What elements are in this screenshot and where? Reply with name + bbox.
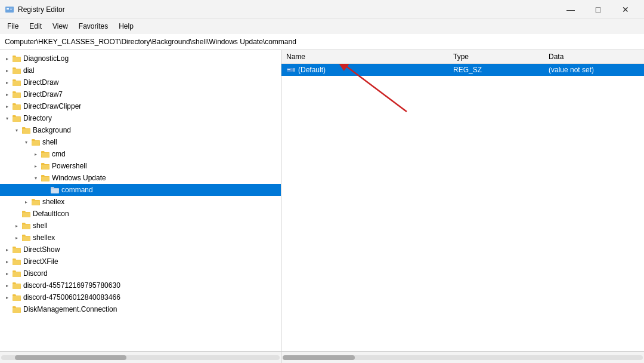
menu-bar: File Edit View Favorites Help: [0, 19, 644, 33]
menu-file[interactable]: File: [2, 21, 23, 32]
folder-icon-windowsupdate: [41, 173, 50, 183]
folder-icon-background: [21, 125, 31, 135]
col-header-data[interactable]: Data: [549, 53, 639, 61]
expand-directdraw[interactable]: [2, 78, 12, 87]
tree-label-directdraw: DirectDraw: [23, 78, 58, 87]
tree-item-discord[interactable]: Discord: [0, 267, 281, 279]
folder-icon-shell2: [21, 221, 31, 230]
folder-icon-command: [50, 185, 60, 195]
tree-item-directdraw[interactable]: DirectDraw: [0, 76, 281, 88]
scrollbar-track-left[interactable]: [1, 355, 280, 360]
menu-favorites[interactable]: Favorites: [74, 21, 113, 32]
minimize-button[interactable]: —: [557, 0, 584, 19]
expand-directdrawclipper[interactable]: [2, 101, 12, 111]
folder-icon-shellex2: [21, 233, 31, 242]
folder-icon-shell: [31, 137, 41, 147]
tree-item-shellex2[interactable]: shellex: [0, 232, 281, 244]
right-pane-wrapper: Name Type Data (Default) REG_SZ (value n…: [281, 50, 644, 351]
tree-item-shellex-shell[interactable]: shellex: [0, 196, 281, 208]
svg-rect-5: [293, 68, 295, 72]
expand-diagnosticlog[interactable]: [2, 54, 12, 63]
maximize-button[interactable]: □: [584, 0, 612, 19]
menu-edit[interactable]: Edit: [24, 21, 47, 32]
expand-shellex-shell[interactable]: [21, 197, 31, 207]
tree-item-shell2[interactable]: shell: [0, 220, 281, 232]
right-pane[interactable]: (Default) REG_SZ (value not set): [281, 64, 644, 149]
expand-discord1[interactable]: [2, 281, 12, 290]
folder-icon-directdraw: [12, 78, 21, 87]
tree-item-directxfile[interactable]: DirectXFile: [0, 256, 281, 267]
folder-icon-powershell: [41, 161, 50, 171]
tree-label-directxfile: DirectXFile: [23, 257, 58, 266]
folder-icon-shellex-shell: [31, 197, 41, 207]
tree-item-directshow[interactable]: DirectShow: [0, 244, 281, 256]
folder-icon-discord1: [12, 281, 21, 290]
tree-item-discord1[interactable]: discord-455712169795780630: [0, 279, 281, 291]
expand-shell[interactable]: [21, 137, 31, 147]
tree-label-command: command: [61, 186, 93, 194]
tree-item-directdrawclipper[interactable]: DirectDrawClipper: [0, 100, 281, 112]
expand-directxfile[interactable]: [2, 257, 12, 266]
scrollbar-track-right[interactable]: [283, 355, 643, 360]
menu-view[interactable]: View: [48, 21, 73, 32]
tree-label-diagnosticlog: DiagnosticLog: [23, 54, 69, 63]
col-header-name[interactable]: Name: [286, 53, 453, 61]
expand-directdraw7[interactable]: [2, 90, 12, 99]
expand-powershell[interactable]: [31, 161, 41, 171]
scrollbar-left[interactable]: [0, 352, 281, 363]
tree-label-shell: shell: [42, 138, 57, 146]
expand-discord[interactable]: [2, 269, 12, 278]
expand-directory[interactable]: [2, 113, 12, 123]
tree-item-background[interactable]: Background: [0, 124, 281, 136]
tree-item-directory[interactable]: Directory: [0, 112, 281, 124]
tree-item-cmd[interactable]: cmd: [0, 148, 281, 160]
folder-icon-diskmanagement: [12, 304, 21, 314]
expand-background[interactable]: [12, 125, 21, 135]
folder-icon-diagnosticlog: [12, 54, 21, 63]
expand-shell2[interactable]: [12, 221, 21, 230]
tree-item-defaulticon[interactable]: DefaultIcon: [0, 208, 281, 220]
tree-label-windowsupdate: Windows Update: [52, 174, 106, 182]
row-data-default: (value not set): [549, 66, 639, 74]
scrollbar-right[interactable]: [281, 352, 644, 363]
tree-item-discord2[interactable]: discord-475006012840083466: [0, 291, 281, 303]
tree-label-directdraw7: DirectDraw7: [23, 90, 63, 99]
svg-rect-6: [287, 69, 290, 70]
folder-icon-directdrawclipper: [12, 101, 21, 111]
app-icon: [5, 5, 14, 14]
expand-discord2[interactable]: [2, 293, 12, 302]
expand-directshow[interactable]: [2, 245, 12, 254]
close-button[interactable]: ✕: [612, 0, 639, 19]
expand-dial[interactable]: [2, 66, 12, 75]
tree-label-shell2: shell: [33, 222, 48, 230]
tree-item-windowsupdate[interactable]: Windows Update: [0, 172, 281, 184]
tree-item-diagnosticlog[interactable]: DiagnosticLog: [0, 53, 281, 64]
tree-pane[interactable]: DiagnosticLog dial DirectDraw: [0, 50, 281, 351]
folder-icon-directory: [12, 113, 21, 123]
address-path: Computer\HKEY_CLASSES_ROOT\Directory\Bac…: [5, 38, 296, 46]
expand-windowsupdate[interactable]: [31, 173, 41, 183]
scrollbar-thumb-left[interactable]: [15, 355, 126, 360]
row-type-default: REG_SZ: [453, 66, 549, 74]
tree-label-dial: dial: [23, 66, 35, 75]
svg-rect-0: [5, 7, 14, 13]
address-bar: Computer\HKEY_CLASSES_ROOT\Directory\Bac…: [0, 33, 644, 50]
tree-item-dial[interactable]: dial: [0, 64, 281, 76]
menu-help[interactable]: Help: [114, 21, 138, 32]
col-header-type[interactable]: Type: [453, 53, 549, 61]
table-header: Name Type Data: [281, 50, 644, 64]
scrollbar-thumb-right[interactable]: [283, 355, 355, 360]
title-bar-left: Registry Editor: [5, 5, 65, 14]
folder-icon-directshow: [12, 245, 21, 254]
folder-icon-discord: [12, 269, 21, 278]
tree-item-shell[interactable]: shell: [0, 136, 281, 148]
tree-item-diskmanagement[interactable]: DiskManagement.Connection: [0, 303, 281, 315]
expand-shellex2[interactable]: [12, 233, 21, 242]
row-name-default: (Default): [286, 66, 453, 74]
expand-cmd[interactable]: [31, 149, 41, 159]
tree-item-command[interactable]: command: [0, 184, 281, 196]
tree-item-directdraw7[interactable]: DirectDraw7: [0, 88, 281, 100]
tree-item-powershell[interactable]: Powershell: [0, 160, 281, 172]
table-row-default[interactable]: (Default) REG_SZ (value not set): [281, 64, 644, 76]
value-icon: [286, 66, 296, 74]
